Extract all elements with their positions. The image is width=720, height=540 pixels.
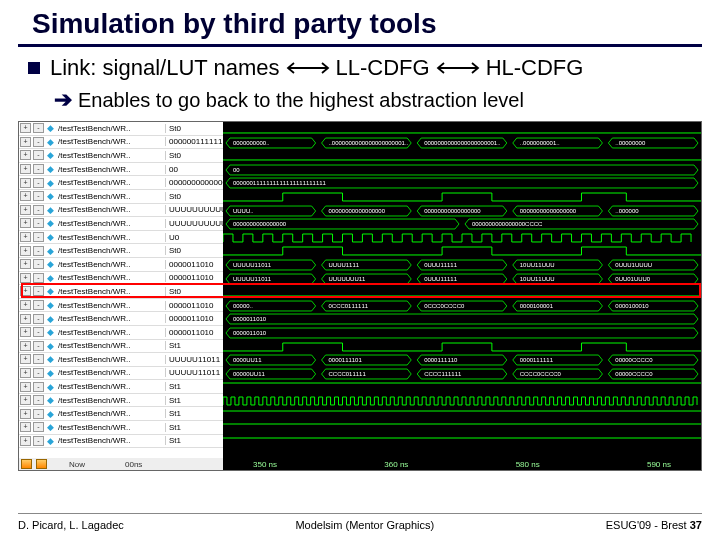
collapse-button[interactable]: - [33, 178, 44, 188]
bidir-arrow-icon [286, 61, 330, 75]
signal-row[interactable]: +-◆/testTestBench/WR..St0 [19, 122, 223, 136]
signal-name: /testTestBench/WR.. [56, 151, 165, 160]
collapse-button[interactable]: - [33, 191, 44, 201]
waveform-lane [223, 421, 701, 435]
signal-row[interactable]: +-◆/testTestBench/WR..St1 [19, 394, 223, 408]
signal-row[interactable]: +-◆/testTestBench/WR..0000001111111111 [19, 136, 223, 150]
collapse-button[interactable]: - [33, 327, 44, 337]
signal-value: 0000011010 [165, 260, 223, 269]
expand-button[interactable]: + [20, 422, 31, 432]
svg-text:10UU11UUU: 10UU11UUU [520, 262, 555, 268]
signal-row[interactable]: +-◆/testTestBench/WR..St1 [19, 421, 223, 435]
collapse-button[interactable]: - [33, 409, 44, 419]
signal-row[interactable]: +-◆/testTestBench/WR..St1 [19, 435, 223, 449]
signal-row[interactable]: +-◆/testTestBench/WR..UUUUU11011 [19, 367, 223, 381]
signal-row[interactable]: +-◆/testTestBench/WR..0000011010 [19, 299, 223, 313]
collapse-button[interactable]: - [33, 246, 44, 256]
expand-button[interactable]: + [20, 246, 31, 256]
collapse-button[interactable]: - [33, 273, 44, 283]
signal-name: /testTestBench/WR.. [56, 314, 165, 323]
signal-row[interactable]: +-◆/testTestBench/WR..St1 [19, 407, 223, 421]
svg-text:UUUU1111: UUUU1111 [329, 262, 360, 268]
signal-value: 0000001111111111 [165, 137, 223, 146]
collapse-button[interactable]: - [33, 205, 44, 215]
expand-button[interactable]: + [20, 205, 31, 215]
signal-row[interactable]: +-◆/testTestBench/WR..0000011010 [19, 326, 223, 340]
signal-row[interactable]: +-◆/testTestBench/WR..St0 [19, 190, 223, 204]
bullet-pre: Link: signal/LUT names [50, 55, 280, 81]
waveform-viewer: +-◆/testTestBench/WR..St0+-◆/testTestBen… [18, 121, 702, 471]
collapse-button[interactable]: - [33, 341, 44, 351]
collapse-button[interactable]: - [33, 368, 44, 378]
signal-row[interactable]: +-◆/testTestBench/WR..00 [19, 163, 223, 177]
expand-button[interactable]: + [20, 164, 31, 174]
expand-button[interactable]: + [20, 354, 31, 364]
collapse-button[interactable]: - [33, 123, 44, 133]
expand-button[interactable]: + [20, 150, 31, 160]
expand-button[interactable]: + [20, 273, 31, 283]
svg-text:00000..: 00000.. [233, 303, 253, 309]
slide-footer: D. Picard, L. Lagadec Modelsim (Mentor G… [0, 516, 720, 534]
expand-button[interactable]: + [20, 368, 31, 378]
expand-button[interactable]: + [20, 436, 31, 446]
bullet-end: HL-CDFG [486, 55, 584, 81]
signal-row[interactable]: +-◆/testTestBench/WR..U0 [19, 231, 223, 245]
collapse-button[interactable]: - [33, 300, 44, 310]
waveform-lane: UUUU..0000000000000000000000000000000000… [223, 204, 701, 218]
waveform-lane [223, 231, 701, 245]
svg-text:0000100010: 0000100010 [615, 303, 649, 309]
signal-row[interactable]: +-◆/testTestBench/WR..St0 [19, 244, 223, 258]
signal-icon: ◆ [47, 164, 54, 174]
expand-button[interactable]: + [20, 341, 31, 351]
collapse-button[interactable]: - [33, 436, 44, 446]
collapse-button[interactable]: - [33, 314, 44, 324]
svg-text:..000000: ..000000 [615, 208, 639, 214]
expand-button[interactable]: + [20, 218, 31, 228]
signal-icon: ◆ [47, 327, 54, 337]
collapse-button[interactable]: - [33, 259, 44, 269]
collapse-button[interactable]: - [33, 382, 44, 392]
svg-text:0UU01UUU0: 0UU01UUU0 [615, 276, 651, 282]
signal-icon: ◆ [47, 178, 54, 188]
signal-row[interactable]: +-◆/testTestBench/WR..0000011010 [19, 312, 223, 326]
expand-button[interactable]: + [20, 314, 31, 324]
signal-name: /testTestBench/WR.. [56, 233, 165, 242]
expand-button[interactable]: + [20, 409, 31, 419]
collapse-button[interactable]: - [33, 354, 44, 364]
signal-row[interactable]: +-◆/testTestBench/WR..0000000000000000 [19, 176, 223, 190]
collapse-button[interactable]: - [33, 232, 44, 242]
expand-button[interactable]: + [20, 232, 31, 242]
expand-button[interactable]: + [20, 178, 31, 188]
waveform-lane: 0000011010 [223, 312, 701, 326]
bullet-text: Link: signal/LUT names LL-CDFG HL-CDFG [50, 55, 583, 81]
signal-row[interactable]: +-◆/testTestBench/WR..St1 [19, 340, 223, 354]
expand-button[interactable]: + [20, 395, 31, 405]
signal-row[interactable]: +-◆/testTestBench/WR..UUUUUUUUUUUUUUUU [19, 217, 223, 231]
signal-row[interactable]: +-◆/testTestBench/WR..St1 [19, 380, 223, 394]
expand-button[interactable]: + [20, 123, 31, 133]
signal-row[interactable]: +-◆/testTestBench/WR..UUUUUUUUUUUUUUUU [19, 204, 223, 218]
signal-row[interactable]: +-◆/testTestBench/WR..St0 [19, 149, 223, 163]
expand-button[interactable]: + [20, 137, 31, 147]
collapse-button[interactable]: - [33, 218, 44, 228]
signal-row[interactable]: +-◆/testTestBench/WR..UUUUU11011 [19, 353, 223, 367]
collapse-button[interactable]: - [33, 150, 44, 160]
signal-row[interactable]: +-◆/testTestBench/WR..0000011010 [19, 258, 223, 272]
collapse-button[interactable]: - [33, 137, 44, 147]
expand-button[interactable]: + [20, 300, 31, 310]
waveform-lane: 0000001111111111111111111111 [223, 176, 701, 190]
collapse-button[interactable]: - [33, 422, 44, 432]
expand-button[interactable]: + [20, 191, 31, 201]
collapse-button[interactable]: - [33, 395, 44, 405]
footer-right: ESUG'09 - Brest 37 [606, 519, 702, 531]
signal-icon: ◆ [47, 246, 54, 256]
signal-icon: ◆ [47, 273, 54, 283]
collapse-button[interactable]: - [33, 164, 44, 174]
signal-value: St1 [165, 423, 223, 432]
signal-name: /testTestBench/WR.. [56, 436, 165, 445]
expand-button[interactable]: + [20, 327, 31, 337]
svg-text:00000000000000000: 00000000000000000 [520, 208, 577, 214]
expand-button[interactable]: + [20, 259, 31, 269]
expand-button[interactable]: + [20, 382, 31, 392]
signal-icon: ◆ [47, 382, 54, 392]
